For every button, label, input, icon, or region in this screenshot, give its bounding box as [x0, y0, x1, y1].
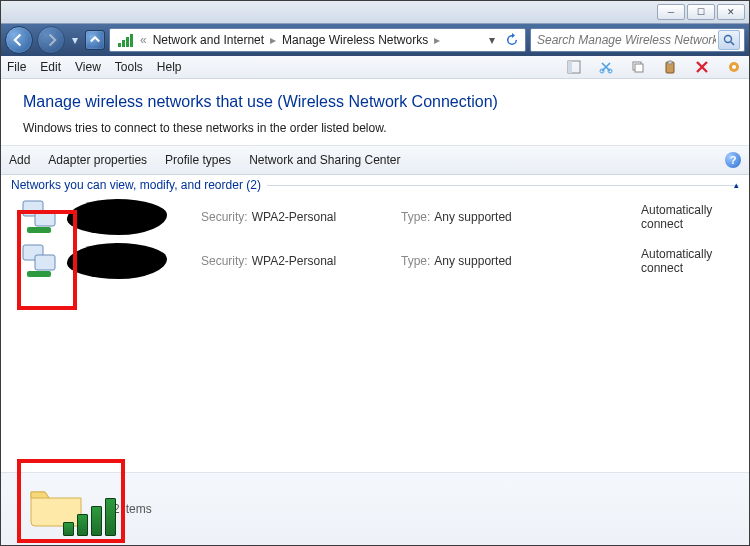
copy-icon[interactable]: [629, 58, 647, 76]
breadcrumb[interactable]: Manage Wireless Networks: [278, 29, 432, 51]
svg-line-5: [731, 42, 734, 45]
delete-icon[interactable]: [693, 58, 711, 76]
search-icon: [723, 34, 735, 46]
connect-mode: Automatically connect: [641, 247, 749, 275]
menu-edit[interactable]: Edit: [40, 60, 61, 74]
address-bar[interactable]: « Network and Internet ▸ Manage Wireless…: [109, 28, 526, 52]
connect-mode: Automatically connect: [641, 203, 749, 231]
chevron-right-icon: ▸: [268, 33, 278, 47]
collapse-icon[interactable]: ▴: [734, 180, 739, 190]
page-title: Manage wireless networks that use (Wirel…: [23, 93, 727, 111]
arrow-up-icon: [88, 33, 102, 47]
svg-rect-7: [568, 61, 572, 73]
svg-rect-13: [668, 61, 672, 64]
paste-icon[interactable]: [661, 58, 679, 76]
crumb-sep-icon: «: [138, 33, 149, 47]
svg-rect-0: [118, 43, 121, 47]
network-list: Security:WPA2-Personal Type:Any supporte…: [1, 195, 749, 283]
signal-icon: [116, 31, 134, 49]
cut-icon[interactable]: [597, 58, 615, 76]
svg-rect-3: [130, 34, 133, 47]
up-button[interactable]: [85, 30, 105, 50]
dropdown-button[interactable]: ▾: [483, 31, 501, 49]
cmd-add[interactable]: Add: [9, 153, 30, 167]
search-button[interactable]: [718, 30, 740, 50]
cmd-adapter-properties[interactable]: Adapter properties: [48, 153, 147, 167]
help-icon[interactable]: ?: [725, 152, 741, 168]
security-label: Security:: [201, 210, 248, 224]
type-label: Type:: [401, 210, 430, 224]
page-header: Manage wireless networks that use (Wirel…: [1, 79, 749, 146]
network-row[interactable]: Security:WPA2-Personal Type:Any supporte…: [1, 239, 749, 283]
search-input[interactable]: [535, 32, 718, 48]
menu-help[interactable]: Help: [157, 60, 182, 74]
section-label: Networks you can view, modify, and reord…: [11, 178, 261, 192]
arrow-left-icon: [12, 33, 26, 47]
svg-rect-11: [635, 64, 643, 72]
annotation-box: [17, 210, 77, 310]
menu-view[interactable]: View: [75, 60, 101, 74]
back-button[interactable]: [5, 26, 33, 54]
svg-rect-2: [126, 37, 129, 47]
search-box[interactable]: [530, 28, 745, 52]
navigation-bar: ▾ « Network and Internet ▸ Manage Wirele…: [1, 24, 749, 56]
menu-file[interactable]: File: [7, 60, 26, 74]
section-header[interactable]: Networks you can view, modify, and reord…: [1, 175, 749, 195]
close-button[interactable]: ✕: [717, 4, 745, 20]
security-value: WPA2-Personal: [252, 210, 336, 224]
redacted-name: [67, 243, 167, 279]
command-bar: Add Adapter properties Profile types Net…: [1, 146, 749, 175]
breadcrumb[interactable]: Network and Internet: [149, 29, 268, 51]
page-subtitle: Windows tries to connect to these networ…: [23, 121, 727, 135]
menu-bar: File Edit View Tools Help: [1, 56, 749, 79]
chevron-right-icon: ▸: [432, 33, 442, 47]
refresh-icon: [505, 33, 519, 47]
menu-tools[interactable]: Tools: [115, 60, 143, 74]
maximize-button[interactable]: ☐: [687, 4, 715, 20]
refresh-button[interactable]: [503, 31, 521, 49]
forward-button[interactable]: [37, 26, 65, 54]
titlebar: ─ ☐ ✕: [1, 1, 749, 24]
type-value: Any supported: [434, 210, 511, 224]
recent-dropdown[interactable]: ▾: [69, 31, 81, 49]
security-label: Security:: [201, 254, 248, 268]
control-panel-window: ─ ☐ ✕ ▾ « Network and Internet ▸ Manage …: [0, 0, 750, 546]
arrow-right-icon: [44, 33, 58, 47]
minimize-button[interactable]: ─: [657, 4, 685, 20]
network-row[interactable]: Security:WPA2-Personal Type:Any supporte…: [1, 195, 749, 239]
type-label: Type:: [401, 254, 430, 268]
gear-icon[interactable]: [725, 58, 743, 76]
redacted-name: [67, 199, 167, 235]
annotation-box: [17, 459, 125, 543]
svg-rect-1: [122, 40, 125, 47]
svg-point-4: [725, 36, 732, 43]
cmd-network-sharing-center[interactable]: Network and Sharing Center: [249, 153, 400, 167]
security-value: WPA2-Personal: [252, 254, 336, 268]
pane-icon[interactable]: [565, 58, 583, 76]
cmd-profile-types[interactable]: Profile types: [165, 153, 231, 167]
type-value: Any supported: [434, 254, 511, 268]
address-wrap: « Network and Internet ▸ Manage Wireless…: [109, 28, 745, 52]
svg-point-15: [732, 65, 736, 69]
